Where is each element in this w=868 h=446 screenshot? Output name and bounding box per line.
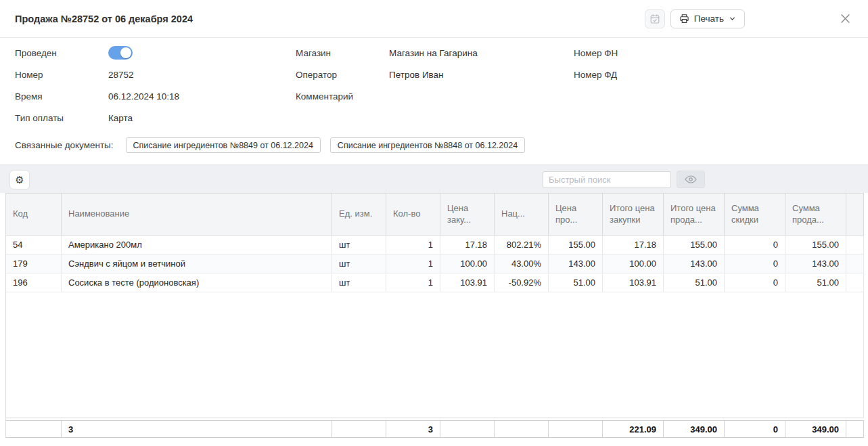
field-operator: Оператор Петров Иван — [296, 64, 478, 85]
field-vremya: Время 06.12.2024 10:18 — [15, 85, 179, 107]
total-rows-count: 3 — [62, 421, 332, 437]
cell-sale-price: 143.00 — [549, 254, 603, 273]
column-header-discount[interactable]: Сумма скидки — [725, 194, 785, 235]
calendar-check-icon — [649, 14, 660, 24]
cell-name: Сэндвич с яйцом и ветчиной — [62, 254, 332, 273]
cell-total-sale: 51.00 — [664, 273, 725, 292]
eye-icon — [685, 175, 697, 183]
info-column-3: Номер ФН Номер ФД — [574, 42, 667, 85]
field-tip-oplaty: Тип оплаты Карта — [15, 107, 179, 129]
items-table: Код Наименование Ед. изм. Кол-во Цена за… — [5, 193, 864, 438]
field-value: Карта — [108, 113, 133, 123]
cell-sale-sum: 51.00 — [785, 273, 846, 292]
related-doc-link[interactable]: Списание ингредиентов №8848 от 06.12.202… — [330, 137, 525, 153]
visibility-button[interactable] — [677, 171, 705, 188]
total-sale: 349.00 — [664, 421, 725, 437]
field-value: Магазин на Гагарина — [389, 48, 478, 58]
close-button[interactable] — [837, 11, 853, 27]
column-header-code[interactable]: Код — [6, 194, 62, 235]
field-magazin: Магазин Магазин на Гагарина — [296, 42, 478, 64]
cell-name: Сосиска в тесте (родионовская) — [62, 273, 332, 292]
table-settings-button[interactable]: ⚙ — [9, 170, 30, 189]
related-documents: Связанные документы: Списание ингредиент… — [15, 137, 525, 153]
cell-unit: шт — [332, 236, 386, 254]
cell-discount: 0 — [725, 273, 785, 292]
total-discount: 0 — [725, 421, 785, 437]
total-purchase: 221.09 — [603, 421, 664, 437]
cell-sale-price: 155.00 — [549, 236, 603, 254]
total-spacer — [332, 421, 386, 437]
total-spacer — [6, 421, 62, 437]
total-sale-sum: 349.00 — [785, 421, 846, 437]
cell-purchase-price: 17.18 — [440, 236, 495, 254]
field-label: Оператор — [296, 70, 389, 80]
search-input[interactable] — [543, 171, 671, 188]
column-header-sale-sum[interactable]: Сумма прода... — [785, 194, 846, 235]
page-title: Продажа №28752 от 06 декабря 2024 — [15, 14, 193, 24]
column-header-unit[interactable]: Ед. изм. — [332, 194, 386, 235]
cell-name: Американо 200мл — [62, 236, 332, 254]
toggle-knob — [120, 47, 131, 58]
document-info-panel: Проведен Номер 28752 Время 06.12.2024 10… — [0, 38, 868, 164]
field-label: Номер ФД — [574, 70, 667, 80]
cell-total-sale: 155.00 — [664, 236, 725, 254]
cell-qty: 1 — [386, 254, 440, 273]
print-button-label: Печать — [694, 14, 724, 24]
cell-total-purchase: 17.18 — [603, 236, 664, 254]
total-spacer — [549, 421, 603, 437]
cell-spacer — [846, 254, 864, 273]
table-empty-area — [6, 292, 864, 418]
field-label: Проведен — [15, 48, 108, 58]
column-header-total-sale[interactable]: Итого цена прода... — [664, 194, 725, 235]
cell-qty: 1 — [386, 236, 440, 254]
calendar-check-button[interactable] — [645, 9, 665, 28]
field-proveden: Проведен — [15, 42, 179, 64]
printer-icon — [679, 14, 689, 24]
cell-discount: 0 — [725, 254, 785, 273]
document-titlebar: Продажа №28752 от 06 декабря 2024 Печать — [0, 0, 868, 38]
cell-code: 179 — [6, 254, 62, 273]
cell-spacer — [846, 273, 864, 292]
related-documents-label: Связанные документы: — [15, 140, 114, 150]
chevron-down-icon — [729, 15, 736, 22]
cell-markup: 43.00% — [495, 254, 549, 273]
related-doc-link[interactable]: Списание ингредиентов №8849 от 06.12.202… — [126, 137, 321, 153]
cell-total-purchase: 103.91 — [603, 273, 664, 292]
info-column-2: Магазин Магазин на Гагарина Оператор Пет… — [296, 42, 478, 107]
field-label: Номер — [15, 70, 108, 80]
field-label: Комментарий — [296, 91, 389, 102]
print-button[interactable]: Печать — [670, 9, 745, 28]
field-label: Номер ФН — [574, 48, 667, 58]
cell-unit: шт — [332, 273, 386, 292]
field-nomer-fd: Номер ФД — [574, 64, 667, 85]
cell-total-sale: 143.00 — [664, 254, 725, 273]
column-header-qty[interactable]: Кол-во — [386, 194, 440, 235]
cell-sale-sum: 155.00 — [785, 236, 846, 254]
cell-purchase-price: 103.91 — [440, 273, 495, 292]
cell-purchase-price: 100.00 — [440, 254, 495, 273]
table-row[interactable]: 54 Американо 200мл шт 1 17.18 802.21% 15… — [6, 236, 864, 254]
table-row[interactable]: 196 Сосиска в тесте (родионовская) шт 1 … — [6, 273, 864, 292]
cell-code: 196 — [6, 273, 62, 292]
proveden-toggle[interactable] — [108, 46, 133, 60]
cell-unit: шт — [332, 254, 386, 273]
total-spacer — [846, 421, 864, 437]
field-label: Время — [15, 91, 108, 102]
field-label: Тип оплаты — [15, 113, 108, 123]
column-header-purchase-price[interactable]: Цена заку... — [440, 194, 495, 235]
cell-markup: -50.92% — [495, 273, 549, 292]
total-spacer — [495, 421, 549, 437]
field-value: Петров Иван — [389, 70, 444, 80]
field-label: Магазин — [296, 48, 389, 58]
info-column-1: Проведен Номер 28752 Время 06.12.2024 10… — [15, 42, 179, 129]
gear-icon: ⚙ — [15, 174, 24, 186]
table-row[interactable]: 179 Сэндвич с яйцом и ветчиной шт 1 100.… — [6, 254, 864, 273]
cell-sale-price: 51.00 — [549, 273, 603, 292]
field-kommentariy: Комментарий — [296, 85, 478, 107]
total-qty: 3 — [386, 421, 440, 437]
table-toolbar: ⚙ — [0, 164, 868, 193]
column-header-total-purchase[interactable]: Итого цена закупки — [603, 194, 664, 235]
column-header-sale-price[interactable]: Цена про... — [549, 194, 603, 235]
column-header-name[interactable]: Наименование — [62, 194, 332, 235]
column-header-markup[interactable]: Нац... — [495, 194, 549, 235]
